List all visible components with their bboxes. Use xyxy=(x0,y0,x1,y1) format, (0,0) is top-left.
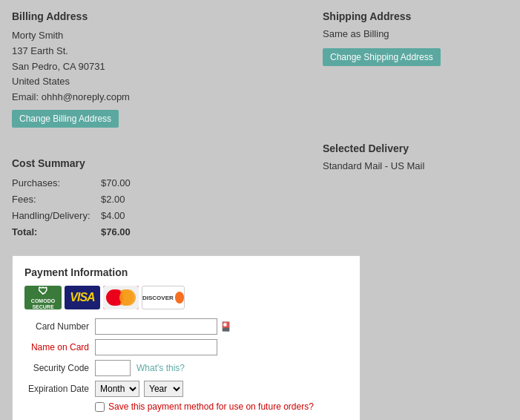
save-payment-row: Save this payment method for use on futu… xyxy=(95,401,348,412)
name-on-card-input[interactable] xyxy=(95,339,217,355)
month-select[interactable]: Month 01020304 05060708 09101112 xyxy=(95,381,139,397)
discover-logo: DISCOVER xyxy=(142,286,185,309)
svg-point-2 xyxy=(117,289,134,306)
delivery-value: Standard Mail - US Mail xyxy=(323,160,508,171)
billing-city: San Pedro, CA 90731 xyxy=(12,59,308,75)
card-logos: 🛡 COMODO SECURE VISA DISCOVER xyxy=(24,286,348,309)
security-code-label: Security Code xyxy=(24,363,95,373)
expiration-row: Expiration Date Month 01020304 05060708 … xyxy=(24,381,348,397)
cost-row: Total:$76.00 xyxy=(12,224,323,240)
change-billing-button[interactable]: Change Billing Address xyxy=(12,110,119,128)
change-shipping-button[interactable]: Change Shipping Address xyxy=(323,48,441,66)
cost-row: Purchases:$70.00 xyxy=(12,175,323,191)
name-on-card-label: Name on Card xyxy=(24,342,95,352)
billing-email: Email: ohhh@noreply.copm xyxy=(12,90,308,105)
whats-this-link[interactable]: What's this? xyxy=(136,363,185,373)
selected-delivery-heading: Selected Delivery xyxy=(323,142,508,154)
card-number-row: Card Number 🎴 xyxy=(24,318,348,335)
name-on-card-row: Name on Card xyxy=(24,339,348,355)
svg-rect-0 xyxy=(103,286,139,309)
card-icon: 🎴 xyxy=(220,321,231,332)
svg-point-1 xyxy=(108,289,125,306)
billing-name: Morty Smith xyxy=(12,28,308,44)
shipping-heading: Shipping Address xyxy=(323,10,508,22)
payment-heading: Payment Information xyxy=(24,266,348,278)
mastercard-logo xyxy=(103,286,139,309)
comodo-icon: 🛡 xyxy=(38,285,48,298)
email-value: ohhh@noreply.copm xyxy=(42,91,130,102)
visa-logo: VISA xyxy=(65,286,100,309)
card-number-label: Card Number xyxy=(24,321,95,332)
expiration-label: Expiration Date xyxy=(24,384,95,394)
billing-heading: Billing Address xyxy=(12,10,308,22)
email-label: Email: xyxy=(12,91,39,102)
card-number-input[interactable] xyxy=(95,318,217,335)
year-select[interactable]: Year 202420252026 2027202820292030 xyxy=(144,381,183,397)
billing-street: 137 Earth St. xyxy=(12,44,308,59)
comodo-badge: 🛡 COMODO SECURE xyxy=(24,286,62,309)
security-code-row: Security Code What's this? xyxy=(24,360,348,376)
save-payment-checkbox[interactable] xyxy=(95,402,105,412)
shipping-same-as: Same as Billing xyxy=(323,28,508,39)
cost-row: Fees:$2.00 xyxy=(12,191,323,208)
cost-row: Handling/Delivery:$4.00 xyxy=(12,208,323,224)
billing-country: United States xyxy=(12,74,308,90)
save-payment-text: Save this payment method for use on futu… xyxy=(108,401,314,412)
cost-summary-heading: Cost Summary xyxy=(12,157,323,169)
security-code-input[interactable] xyxy=(95,360,131,376)
payment-panel: Payment Information 🛡 COMODO SECURE VISA xyxy=(12,255,361,420)
